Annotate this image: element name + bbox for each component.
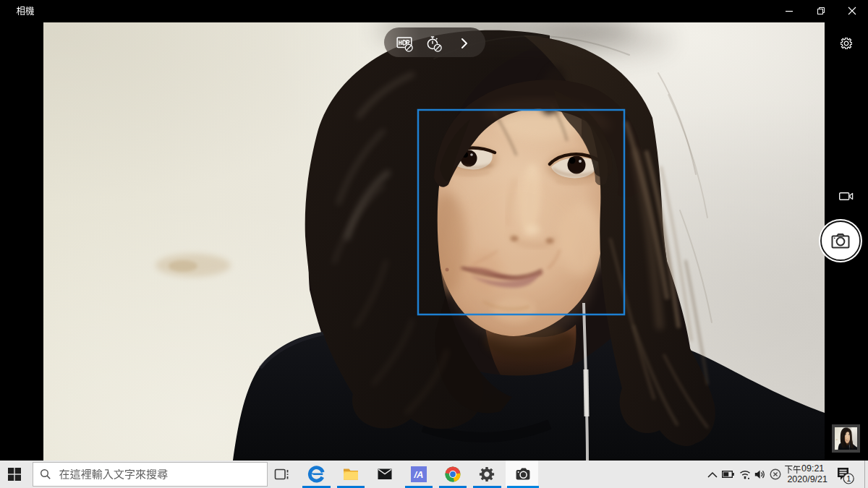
svg-text:1: 1 xyxy=(846,474,851,483)
svg-text:/A: /A xyxy=(414,469,424,480)
